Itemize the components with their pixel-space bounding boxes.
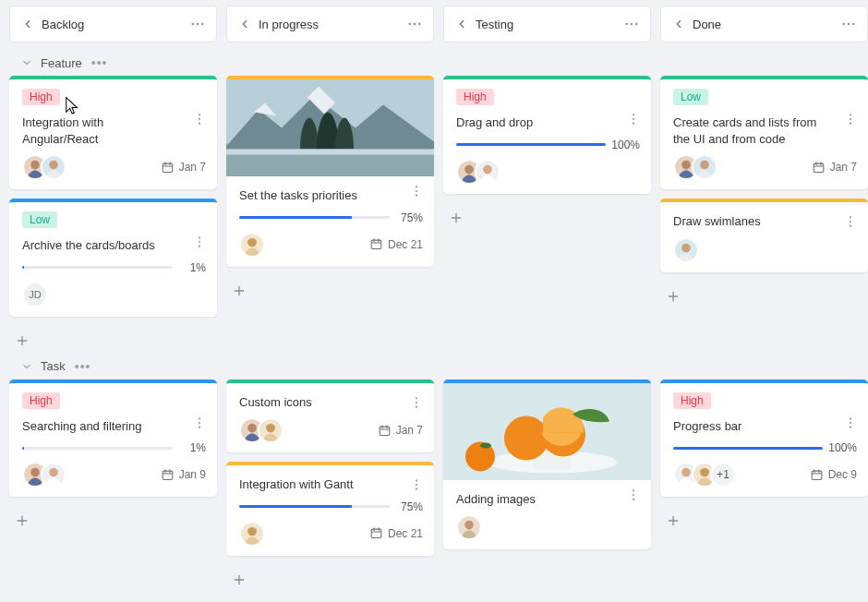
calendar-icon bbox=[369, 526, 383, 540]
column-menu-icon[interactable] bbox=[187, 13, 209, 35]
avatar bbox=[239, 232, 265, 258]
lane-cell-backlog: High Integration with Angular/React Jan … bbox=[9, 76, 217, 354]
card-title: Drag and drop bbox=[456, 114, 612, 131]
card-title: Custom icons bbox=[239, 394, 395, 411]
card[interactable]: Adding images bbox=[443, 379, 651, 550]
card-title: Set the tasks priorities bbox=[239, 187, 395, 204]
due-date: Dec 21 bbox=[369, 237, 423, 251]
priority-tag: High bbox=[22, 392, 60, 409]
lane-cell-inprogress: Set the tasks priorities 75% Dec 21 bbox=[226, 76, 434, 304]
card-title: Progress bar bbox=[673, 418, 829, 435]
calendar-icon bbox=[369, 237, 383, 251]
card-menu-icon[interactable] bbox=[406, 475, 427, 495]
add-card-button[interactable] bbox=[9, 508, 35, 534]
card-menu-icon[interactable] bbox=[189, 232, 210, 252]
lane-cell-backlog: High Searching and filtering 1% Jan 9 bbox=[9, 379, 217, 535]
card[interactable]: Low Create cards and lists from the UI a… bbox=[660, 76, 868, 189]
swimlane-feature: High Integration with Angular/React Jan … bbox=[9, 76, 859, 354]
add-card-button[interactable] bbox=[9, 328, 35, 354]
swimlane-header-feature[interactable]: Feature ••• bbox=[9, 50, 859, 76]
add-card-button[interactable] bbox=[660, 508, 686, 534]
avatar-group bbox=[22, 462, 66, 488]
column-header-inprogress[interactable]: In progress bbox=[226, 6, 434, 42]
lane-cell-done: Low Create cards and lists from the UI a… bbox=[660, 76, 868, 309]
swimlane-header-task[interactable]: Task ••• bbox=[9, 354, 859, 379]
card-title: Searching and filtering bbox=[22, 418, 178, 435]
card-title: Adding images bbox=[456, 491, 612, 508]
column-title: Backlog bbox=[42, 18, 84, 31]
card-title: Integration with Angular/React bbox=[22, 114, 178, 147]
avatar-group bbox=[239, 417, 283, 443]
card-menu-icon[interactable] bbox=[840, 211, 861, 232]
add-card-button[interactable] bbox=[226, 278, 252, 304]
column-title: Testing bbox=[476, 18, 513, 31]
avatar bbox=[258, 417, 283, 443]
lane-cell-inprogress: Custom icons Jan 7 Integration with Gant… bbox=[226, 379, 434, 593]
avatar bbox=[239, 521, 265, 547]
add-card-button[interactable] bbox=[443, 205, 469, 231]
card-menu-icon[interactable] bbox=[623, 485, 644, 505]
avatar-group bbox=[673, 154, 717, 180]
collapse-icon[interactable] bbox=[19, 16, 36, 32]
avatar-group bbox=[456, 159, 500, 185]
card-menu-icon[interactable] bbox=[406, 392, 427, 413]
card-cover-image bbox=[443, 383, 651, 480]
card-title: Integration with Gantt bbox=[239, 476, 395, 493]
avatar bbox=[692, 154, 717, 180]
card[interactable]: Low Archive the cards/boards 1% JD bbox=[9, 199, 217, 317]
column-menu-icon[interactable] bbox=[404, 13, 426, 35]
due-date: Jan 9 bbox=[161, 468, 206, 482]
column-header-backlog[interactable]: Backlog bbox=[9, 6, 217, 42]
column-title: Done bbox=[693, 18, 721, 31]
calendar-icon bbox=[812, 161, 826, 175]
collapse-icon[interactable] bbox=[453, 16, 470, 32]
avatar bbox=[41, 462, 66, 488]
avatar-group bbox=[22, 154, 66, 180]
swimlane-menu-icon[interactable]: ••• bbox=[75, 359, 91, 374]
card[interactable]: Set the tasks priorities 75% Dec 21 bbox=[226, 76, 434, 267]
lane-cell-testing: Adding images bbox=[443, 379, 651, 550]
card-menu-icon[interactable] bbox=[840, 413, 861, 433]
card-menu-icon[interactable] bbox=[189, 109, 210, 129]
avatar-initial: JD bbox=[22, 282, 48, 307]
avatar-group: +1 bbox=[673, 462, 736, 488]
card[interactable]: High Integration with Angular/React Jan … bbox=[9, 76, 217, 189]
collapse-icon[interactable] bbox=[236, 16, 253, 32]
avatar-group bbox=[239, 521, 265, 547]
card-menu-icon[interactable] bbox=[623, 109, 644, 129]
card-title: Create cards and lists from the UI and f… bbox=[673, 114, 829, 147]
card[interactable]: High Searching and filtering 1% Jan 9 bbox=[9, 379, 217, 498]
priority-tag: High bbox=[673, 392, 711, 409]
priority-tag: High bbox=[456, 89, 494, 105]
card-menu-icon[interactable] bbox=[406, 181, 427, 201]
column-menu-icon[interactable] bbox=[838, 13, 860, 35]
card-menu-icon[interactable] bbox=[840, 109, 861, 129]
card[interactable]: Custom icons Jan 7 bbox=[226, 379, 434, 453]
add-card-button[interactable] bbox=[226, 567, 252, 593]
chevron-down-icon[interactable] bbox=[20, 56, 33, 69]
avatar-more-count: +1 bbox=[710, 462, 736, 488]
due-date: Jan 7 bbox=[812, 161, 857, 175]
collapse-icon[interactable] bbox=[670, 16, 687, 32]
progress: 100% bbox=[673, 441, 857, 454]
avatar-group bbox=[456, 514, 482, 540]
calendar-icon bbox=[161, 468, 175, 482]
swimlane-menu-icon[interactable]: ••• bbox=[91, 55, 108, 70]
card-title: Draw swimlanes bbox=[673, 213, 829, 230]
add-card-button[interactable] bbox=[660, 283, 686, 309]
priority-tag: Low bbox=[22, 211, 57, 228]
progress: 100% bbox=[456, 138, 640, 151]
card[interactable]: High Progress bar 100% +1 Dec 9 bbox=[660, 379, 868, 498]
column-header-testing[interactable]: Testing bbox=[443, 6, 651, 42]
chevron-down-icon[interactable] bbox=[20, 360, 33, 373]
column-header-done[interactable]: Done bbox=[660, 6, 868, 42]
card[interactable]: Draw swimlanes bbox=[660, 199, 868, 272]
column-menu-icon[interactable] bbox=[621, 13, 643, 35]
lane-cell-testing: High Drag and drop 100% bbox=[443, 76, 651, 231]
card-menu-icon[interactable] bbox=[189, 413, 210, 433]
progress: 75% bbox=[239, 211, 423, 224]
card[interactable]: Integration with Gantt 75% Dec 21 bbox=[226, 462, 434, 556]
card[interactable]: High Drag and drop 100% bbox=[443, 76, 651, 194]
due-date: Dec 21 bbox=[369, 526, 423, 540]
priority-tag: Low bbox=[673, 89, 708, 105]
